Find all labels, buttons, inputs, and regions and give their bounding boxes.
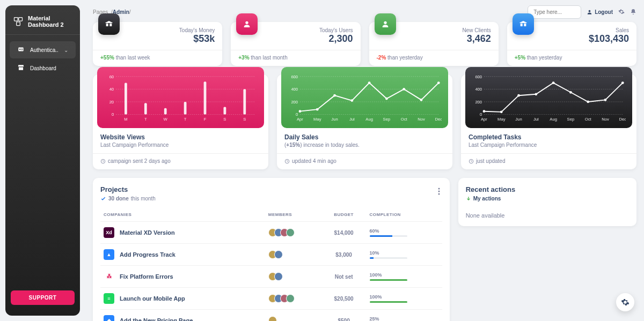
svg-text:0: 0 [296,112,298,117]
svg-point-7 [589,10,591,12]
avatar [286,294,295,303]
svg-point-52 [333,94,336,97]
table-row[interactable]: ▲ Add Progress Track $3,000 10% [100,244,442,266]
svg-rect-0 [14,18,18,21]
svg-text:S: S [223,117,226,122]
column-header: COMPLETION [367,208,442,222]
table-row[interactable]: Xd Material XD Version $14,000 60% [100,222,442,244]
svg-point-82 [569,91,572,94]
completion: 100% [370,294,439,303]
stat-footer: +3% than last month [238,55,353,61]
projects-title: Projects [100,185,156,193]
weekend-icon [513,13,534,35]
budget: $14,000 [321,222,367,244]
company-name: Fix Platform Errors [120,273,173,280]
nav: Authentica..⌄Dashboard [5,40,80,78]
svg-point-81 [552,81,555,84]
recent-empty: None available [466,212,629,219]
brand-label: Material Dashboard 2 [28,15,72,28]
svg-text:M: M [124,117,127,122]
company-cell: Xd Material XD Version [104,227,262,238]
company-icon: ▲ [104,249,114,260]
sidebar: Material Dashboard 2 Authentica..⌄Dashbo… [5,5,80,316]
avatar [274,272,283,281]
chart-card: 0200400600AprMayJunJulAugSepOctNovDec Co… [461,74,636,169]
svg-text:May: May [313,117,321,122]
svg-point-79 [517,94,520,97]
chart-footer: just updated [469,158,629,164]
search-input[interactable] [528,5,581,19]
recent-actions-card: Recent actions My actions None available [458,178,636,226]
projects-done-count: 30 done [108,196,129,201]
svg-rect-2 [17,22,20,26]
svg-rect-3 [18,48,23,51]
my-actions-link[interactable]: My actions [466,196,629,201]
svg-rect-27 [164,108,167,115]
check-icon [100,196,106,201]
svg-text:400: 400 [291,87,298,92]
svg-point-80 [535,93,537,95]
clock-icon [469,159,474,164]
stat-footer: +55% than last week [100,55,215,61]
projects-card: Projects 30 done this month COMPANIESMEM… [93,178,450,321]
svg-rect-5 [21,49,23,49]
svg-text:S: S [243,117,246,122]
chart-card: 0200400600AprMayJunJulAugSepOctNovDec Da… [277,74,452,169]
company-name: Material XD Version [120,229,175,236]
settings-fab[interactable] [616,293,634,311]
budget: $20,500 [321,288,367,310]
completion: 25% [370,316,439,321]
svg-point-89 [438,193,440,195]
badge-icon [17,46,25,54]
column-header: BUDGET [321,208,367,222]
svg-text:Oct: Oct [585,117,592,122]
chart-title: Completed Tasks [469,133,629,141]
projects-menu-button[interactable] [436,185,442,199]
stat-card: New Clients 3,462 -2% than yesterday [369,22,499,66]
my-actions-label: My actions [473,196,501,201]
svg-rect-28 [184,102,187,115]
svg-rect-25 [125,83,127,115]
company-cell: ◆ Add the New Pricing Page [104,315,262,321]
completion: 100% [370,272,439,281]
bell-icon[interactable] [630,8,636,17]
completion: 60% [370,228,439,237]
svg-point-77 [483,110,486,113]
svg-point-53 [350,99,353,102]
projects-subtitle: 30 done this month [100,196,156,201]
logout-label: Logout [595,9,613,15]
svg-text:40: 40 [109,87,114,92]
svg-point-8 [246,21,248,24]
svg-text:200: 200 [475,100,482,104]
sidebar-item-dashboard[interactable]: Dashboard [10,59,76,77]
svg-point-85 [621,81,624,84]
svg-text:Nov: Nov [418,117,425,122]
svg-point-9 [384,21,386,24]
svg-text:60: 60 [109,74,114,79]
members [268,294,318,303]
stat-card: Sales $103,430 +5% than yesterday [507,22,636,66]
sidebar-item-authentica-[interactable]: Authentica..⌄ [10,41,76,58]
logout-link[interactable]: Logout [587,9,613,15]
stat-footer: -2% than yesterday [377,55,491,61]
company-icon: ⁂ [104,271,114,282]
sidebar-item-label: Dashboard [30,65,56,71]
chart-subtitle: (+15%) increase in today sales. [284,142,445,148]
projects-subtitle-tail: this month [131,196,156,201]
table-row[interactable]: ⁂ Fix Platform Errors Not set 100% [100,266,442,288]
chart-canvas: 0200400600AprMayJunJulAugSepOctNovDec [281,67,448,128]
svg-rect-29 [204,81,207,114]
settings-icon[interactable] [618,8,625,17]
table-row[interactable]: ◆ Add the New Pricing Page $500 25% [100,310,442,322]
svg-text:Jul: Jul [349,117,355,122]
svg-rect-6 [21,50,23,50]
person-icon [375,13,396,35]
clock-icon [284,159,290,164]
svg-text:May: May [497,117,506,122]
support-button[interactable]: SUPPORT [11,290,75,305]
table-row[interactable]: ≡ Launch our Mobile App $20,500 100% [100,288,442,310]
members [268,272,318,281]
svg-text:600: 600 [291,74,298,79]
company-cell: ▲ Add Progress Track [104,249,262,260]
svg-point-84 [604,99,607,101]
